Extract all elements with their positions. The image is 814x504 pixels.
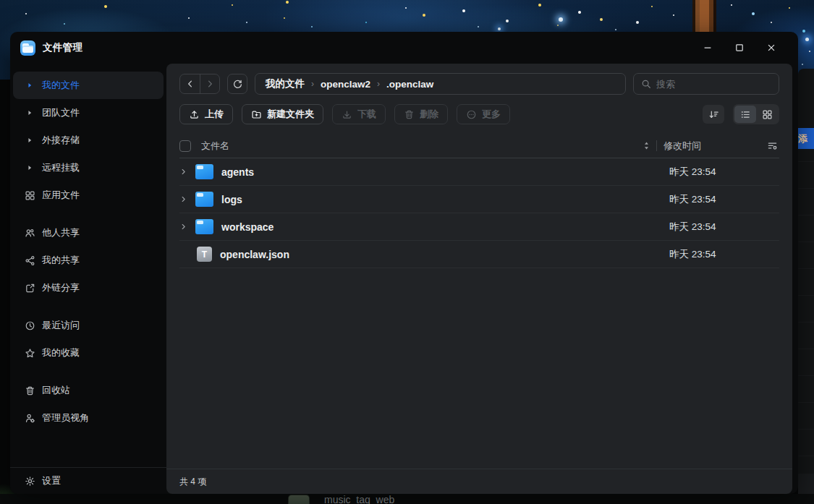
sidebar-item[interactable]: 远程挂载 <box>13 154 164 181</box>
sidebar-item[interactable]: 管理员视角 <box>13 404 164 432</box>
shortcut-icon <box>288 495 310 504</box>
external-link-icon <box>24 282 35 294</box>
sidebar-item-label: 我的文件 <box>42 79 80 92</box>
view-toggle <box>733 104 779 124</box>
back-button[interactable] <box>180 74 200 93</box>
window-controls <box>697 38 788 58</box>
file-name: logs <box>221 194 663 205</box>
refresh-button[interactable] <box>227 74 247 94</box>
sidebar-item[interactable]: 我的收藏 <box>13 339 164 367</box>
toolbar-button-label: 下载 <box>357 108 376 121</box>
file-modified-time: 昨天 23:54 <box>663 248 779 261</box>
sidebar-item[interactable]: 我的文件 <box>13 72 164 99</box>
upload-button[interactable]: 上传 <box>179 104 233 124</box>
table-header: 文件名 修改时间 <box>179 134 779 158</box>
sidebar-item[interactable]: 我的共享 <box>13 247 164 274</box>
toolbar-button-label: 上传 <box>205 108 224 121</box>
bright-star <box>498 27 501 30</box>
delete-button[interactable]: 删除 <box>394 104 448 124</box>
sidebar-item[interactable]: 最近访问 <box>13 312 164 339</box>
delete-icon <box>404 109 415 120</box>
maximize-button[interactable] <box>729 38 750 58</box>
app-grid-icon <box>24 189 35 201</box>
sidebar-group: 回收站管理员视角 <box>13 377 164 432</box>
sidebar-item-label: 管理员视角 <box>42 411 89 424</box>
new-folder-button[interactable]: 新建文件夹 <box>242 104 323 124</box>
caret-right-icon <box>24 107 35 119</box>
search-box <box>633 73 779 95</box>
sidebar-item-label: 我的收藏 <box>42 346 80 359</box>
close-button[interactable] <box>760 38 782 58</box>
column-header-name[interactable]: 文件名 <box>201 140 229 153</box>
table-row[interactable]: Topenclaw.json昨天 23:54 <box>179 241 779 268</box>
people-icon <box>24 227 35 239</box>
sort-direction-icon[interactable] <box>643 140 650 151</box>
sidebar-item[interactable]: 回收站 <box>13 377 164 404</box>
file-modified-time: 昨天 23:54 <box>663 221 779 234</box>
grid-view-button[interactable] <box>756 106 778 123</box>
search-icon <box>641 79 651 89</box>
file-name: workspace <box>221 221 663 233</box>
sidebar-item-label: 团队文件 <box>42 106 80 119</box>
occluded-window-edge: 添 <box>798 69 814 504</box>
sidebar-item[interactable]: 外接存储 <box>13 127 164 154</box>
more-icon <box>466 109 477 120</box>
sidebar-item-label: 远程挂载 <box>42 161 80 174</box>
stars <box>0 0 1 1</box>
download-button[interactable]: 下载 <box>332 104 386 124</box>
caret-right-icon <box>24 134 35 146</box>
forward-button[interactable] <box>200 74 219 93</box>
caret-right-icon <box>24 162 35 174</box>
column-settings-icon[interactable] <box>767 140 779 151</box>
sidebar-item-label: 回收站 <box>42 384 70 397</box>
file-list: agents昨天 23:54logs昨天 23:54workspace昨天 23… <box>166 158 792 469</box>
text-file-icon: T <box>197 247 212 262</box>
occluded-selected-row: 添 <box>798 128 814 149</box>
select-all-checkbox[interactable] <box>179 140 191 152</box>
share-icon <box>24 255 35 266</box>
table-row[interactable]: logs昨天 23:54 <box>179 186 779 213</box>
sidebar-item[interactable]: 他人共享 <box>13 219 164 247</box>
expand-chevron-icon[interactable] <box>179 223 187 231</box>
table-row[interactable]: agents昨天 23:54 <box>179 158 779 186</box>
bright-star <box>559 17 563 22</box>
table-row[interactable]: workspace昨天 23:54 <box>179 213 779 241</box>
occluded-label: 添 <box>798 132 807 145</box>
sidebar-footer: 设置 <box>10 467 166 494</box>
breadcrumb-item[interactable]: 我的文件 <box>266 77 305 90</box>
file-modified-time: 昨天 23:54 <box>663 166 779 179</box>
list-view-button[interactable] <box>734 106 756 123</box>
star-icon <box>24 347 35 359</box>
sidebar-item[interactable]: 外链分享 <box>13 274 164 302</box>
more-button[interactable]: 更多 <box>457 104 510 124</box>
sidebar-item-settings[interactable]: 设置 <box>13 469 164 493</box>
item-count: 共 4 项 <box>179 476 206 488</box>
sidebar-item-label: 最近访问 <box>42 319 80 332</box>
toolbar: 上传新建文件夹下载删除更多 <box>166 95 792 124</box>
desktop-shortcut[interactable]: music_tag_web <box>288 495 394 504</box>
sidebar-item[interactable]: 团队文件 <box>13 99 164 127</box>
titlebar[interactable]: 文件管理 <box>10 32 798 64</box>
search-input[interactable] <box>656 79 771 90</box>
sidebar-item[interactable]: 应用文件 <box>13 181 164 209</box>
expand-chevron-icon[interactable] <box>179 195 187 203</box>
expand-chevron-icon[interactable] <box>179 168 187 176</box>
folder-icon <box>195 192 213 207</box>
sort-button[interactable] <box>703 105 724 124</box>
sidebar-item-label: 他人共享 <box>42 226 80 239</box>
breadcrumb-item[interactable]: openclaw2 <box>321 79 370 90</box>
wallpaper-tower <box>692 0 716 33</box>
status-bar: 共 4 项 <box>166 469 792 494</box>
breadcrumb-separator: › <box>311 79 314 89</box>
minimize-button[interactable] <box>697 38 718 58</box>
column-header-modified[interactable]: 修改时间 <box>657 140 767 153</box>
breadcrumb-item[interactable]: .openclaw <box>386 79 433 90</box>
trash-icon <box>24 385 35 396</box>
upload-icon <box>189 109 200 120</box>
file-name: openclaw.json <box>220 249 663 260</box>
toolbar-button-label: 更多 <box>482 108 501 121</box>
folder-icon <box>195 164 213 179</box>
folder-icon <box>195 219 213 234</box>
sidebar: 我的文件团队文件外接存储远程挂载应用文件他人共享我的共享外链分享最近访问我的收藏… <box>10 64 166 494</box>
sidebar-group: 我的文件团队文件外接存储远程挂载应用文件 <box>13 72 164 209</box>
